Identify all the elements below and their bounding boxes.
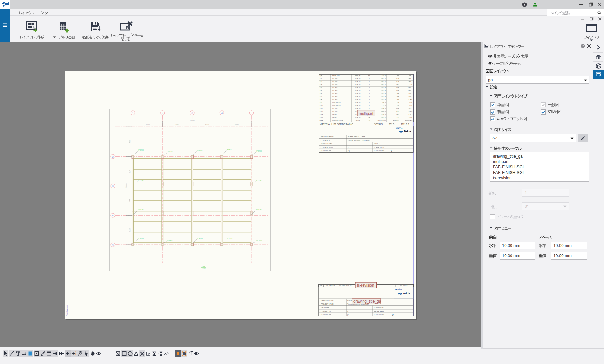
svg-text:1164.7: 1164.7 <box>408 87 412 89</box>
svg-text:Trimble.: Trimble. <box>398 128 404 130</box>
svg-text:5195.0: 5195.0 <box>381 108 386 109</box>
svg-text:4: 4 <box>369 105 370 107</box>
svg-text:DRAWING No.: DRAWING No. <box>321 314 331 316</box>
svg-text:7402.3: 7402.3 <box>381 96 386 98</box>
svg-text:D: D <box>112 155 114 158</box>
svg-text:524.2: 524.2 <box>409 114 413 115</box>
svg-text:Tekla.: Tekla. <box>404 129 412 133</box>
svg-text:ISSUED: ISSUED <box>374 143 380 145</box>
svg-text:[1]: [1] <box>347 314 349 316</box>
svg-text:31.5: 31.5 <box>396 87 399 89</box>
svg-text:133.0: 133.0 <box>382 75 386 77</box>
svg-text:S235JR: S235JR <box>138 209 144 211</box>
svg-text:22.0: 22.0 <box>396 117 399 119</box>
svg-text:928.5: 928.5 <box>409 99 413 101</box>
svg-text:7402.3: 7402.3 <box>381 93 386 95</box>
svg-text:FPL5×100: FPL5×100 <box>332 75 340 77</box>
svg-text:S235JR: S235JR <box>355 84 361 86</box>
svg-text:20000: 20000 <box>190 120 195 121</box>
svg-text:PROJECT No.: PROJECT No. <box>321 310 331 312</box>
svg-text:11512.8: 11512.8 <box>401 123 409 126</box>
svg-text:4990.0: 4990.0 <box>381 111 386 113</box>
svg-text:S235JR: S235JR <box>355 117 361 119</box>
svg-text:4: 4 <box>369 102 370 104</box>
svg-text:A/1: A/1 <box>320 78 322 80</box>
svg-text:0.4: 0.4 <box>397 105 399 107</box>
svg-text:Grade: Grade <box>356 120 360 121</box>
svg-text:934.1: 934.1 <box>409 96 413 98</box>
svg-text:1: 1 <box>132 111 134 115</box>
svg-text:IPE330: IPE330 <box>332 87 337 89</box>
svg-text:S235JR: S235JR <box>355 108 361 109</box>
svg-text:20000: 20000 <box>125 183 127 188</box>
svg-text:121.0: 121.0 <box>382 105 386 107</box>
svg-text:A/10: A/10 <box>320 105 323 107</box>
svg-text:1:100: 1:100 <box>201 268 205 270</box>
svg-text:2: 2 <box>369 99 370 101</box>
svg-text:5000: 5000 <box>129 169 131 173</box>
svg-text:31.5: 31.5 <box>396 90 399 92</box>
svg-text:2: 2 <box>369 87 370 89</box>
svg-text:IPE400: IPE400 <box>332 84 337 86</box>
svg-text:2.2: 2.2 <box>397 75 399 77</box>
svg-text:MATERIAL LIST FOR DRAWING: MATERIAL LIST FOR DRAWING <box>320 123 353 126</box>
svg-text:IPE100: IPE100 <box>332 111 337 113</box>
svg-text:0: 0 <box>392 313 394 316</box>
svg-text:5007.4: 5007.4 <box>381 81 386 83</box>
svg-text:IPE330: IPE330 <box>332 90 337 92</box>
svg-text:20: 20 <box>368 108 370 109</box>
svg-text:Trimble Solutions Corporation: Trimble Solutions Corporation <box>348 139 370 141</box>
svg-text:Main part profile: Main part profile <box>332 120 343 121</box>
svg-text:17.6: 17.6 <box>409 102 412 104</box>
svg-text:MODELLED BY: MODELLED BY <box>321 143 332 145</box>
svg-text:A/13: A/13 <box>320 114 323 115</box>
svg-text:SCALE 1:100: SCALE 1:100 <box>374 310 384 312</box>
svg-text:A/12: A/12 <box>320 111 323 113</box>
svg-text:0(7): 0(7) <box>320 75 323 77</box>
svg-text:drawing_title_ga: drawing_title_ga <box>353 299 381 304</box>
svg-text:A/4: A/4 <box>320 87 322 89</box>
svg-text:2: 2 <box>369 90 370 92</box>
svg-text:5000: 5000 <box>129 199 131 202</box>
svg-text:IPE400: IPE400 <box>167 239 172 241</box>
svg-text:0: 0 <box>391 149 392 152</box>
svg-text:5893.6: 5893.6 <box>381 117 386 119</box>
svg-text:5000: 5000 <box>146 124 150 126</box>
svg-text:S235JR: S235JR <box>355 96 361 98</box>
svg-text:IPE400: IPE400 <box>256 240 262 242</box>
svg-text:S235JR: S235JR <box>355 105 361 107</box>
svg-text:IPE400: IPE400 <box>332 81 337 83</box>
svg-text:5000: 5000 <box>129 228 131 232</box>
svg-text:23.5: 23.5 <box>396 96 399 98</box>
svg-text:16.0: 16.0 <box>396 84 399 86</box>
svg-text:2: 2 <box>162 111 163 115</box>
svg-text:Length(mm): Length(mm) <box>378 120 386 121</box>
svg-text:Qty.: Qty. <box>368 120 370 121</box>
svg-text:5007.4: 5007.4 <box>381 78 386 80</box>
svg-text:IPE100: IPE100 <box>332 108 337 109</box>
svg-text:REV MARK: REV MARK <box>326 285 335 287</box>
svg-text:41.6: 41.6 <box>396 108 399 109</box>
svg-text:REVISION No.: REVISION No. <box>374 150 385 152</box>
svg-text:0.3: 0.3 <box>397 102 399 104</box>
svg-text:[1]: [1] <box>348 150 350 152</box>
svg-text:A/7: A/7 <box>320 96 322 98</box>
svg-text:A/3: A/3 <box>320 84 322 86</box>
svg-text:DRAWING TITLE: DRAWING TITLE <box>321 136 334 138</box>
svg-text:Trimble.: Trimble. <box>397 289 403 290</box>
svg-text:IPE400: IPE400 <box>168 151 173 153</box>
svg-text:32.3: 32.3 <box>396 81 399 83</box>
svg-text:722.6: 722.6 <box>409 84 413 86</box>
svg-text:7402.3: 7402.3 <box>381 90 386 92</box>
svg-text:CONTRACT: CONTRACT <box>321 139 330 141</box>
svg-text:23.5: 23.5 <box>396 93 399 95</box>
svg-text:IPE400: IPE400 <box>227 148 232 150</box>
svg-text:2: 2 <box>369 84 370 86</box>
svg-text:No: No <box>320 285 322 287</box>
svg-text:IPE330: IPE330 <box>332 93 337 95</box>
svg-text:PROJECT NAME: PROJECT NAME <box>321 303 334 305</box>
svg-text:3d: 3d <box>202 265 205 267</box>
svg-text:C: C <box>112 184 114 188</box>
svg-text:S235JR: S235JR <box>355 93 361 95</box>
svg-text:16.9: 16.9 <box>396 114 399 115</box>
